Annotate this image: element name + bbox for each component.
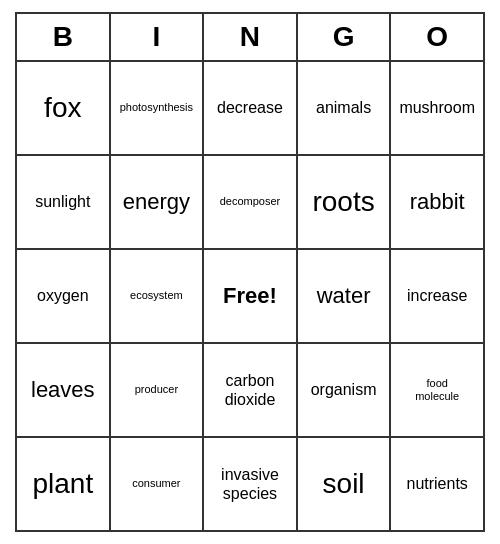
cell-text: water — [317, 283, 371, 309]
cell-text: animals — [316, 98, 371, 117]
cell-text: mushroom — [399, 98, 475, 117]
bingo-row: foxphotosynthesisdecreaseanimalsmushroom — [17, 62, 483, 156]
cell-text: invasivespecies — [221, 465, 279, 503]
cell-text: oxygen — [37, 286, 89, 305]
bingo-cell: oxygen — [17, 250, 111, 342]
cell-text: consumer — [132, 477, 180, 490]
bingo-header: BINGO — [17, 14, 483, 62]
bingo-cell: energy — [111, 156, 205, 248]
header-letter: G — [298, 14, 392, 60]
cell-text: increase — [407, 286, 467, 305]
cell-text: decrease — [217, 98, 283, 117]
bingo-cell: decrease — [204, 62, 298, 154]
bingo-row: leavesproducercarbondioxideorganismfoodm… — [17, 344, 483, 438]
cell-text: sunlight — [35, 192, 90, 211]
cell-text: nutrients — [406, 474, 467, 493]
bingo-cell: consumer — [111, 438, 205, 530]
cell-text: foodmolecule — [415, 377, 459, 403]
bingo-cell: rabbit — [391, 156, 483, 248]
header-letter: B — [17, 14, 111, 60]
cell-text: energy — [123, 189, 190, 215]
bingo-row: sunlightenergydecomposerrootsrabbit — [17, 156, 483, 250]
bingo-cell: leaves — [17, 344, 111, 436]
bingo-cell: decomposer — [204, 156, 298, 248]
bingo-cell: fox — [17, 62, 111, 154]
bingo-cell: nutrients — [391, 438, 483, 530]
bingo-cell: plant — [17, 438, 111, 530]
bingo-cell: carbondioxide — [204, 344, 298, 436]
cell-text: Free! — [223, 283, 277, 309]
bingo-cell: soil — [298, 438, 392, 530]
bingo-cell: photosynthesis — [111, 62, 205, 154]
cell-text: ecosystem — [130, 289, 183, 302]
cell-text: rabbit — [410, 189, 465, 215]
bingo-row: plantconsumerinvasivespeciessoilnutrient… — [17, 438, 483, 530]
header-letter: I — [111, 14, 205, 60]
cell-text: carbondioxide — [225, 371, 276, 409]
bingo-cell: producer — [111, 344, 205, 436]
bingo-cell: foodmolecule — [391, 344, 483, 436]
header-letter: O — [391, 14, 483, 60]
header-letter: N — [204, 14, 298, 60]
bingo-cell: increase — [391, 250, 483, 342]
bingo-cell: invasivespecies — [204, 438, 298, 530]
cell-text: photosynthesis — [120, 101, 193, 114]
bingo-cell: organism — [298, 344, 392, 436]
cell-text: roots — [312, 185, 374, 219]
bingo-cell: ecosystem — [111, 250, 205, 342]
bingo-cell: sunlight — [17, 156, 111, 248]
bingo-cell: roots — [298, 156, 392, 248]
cell-text: leaves — [31, 377, 95, 403]
cell-text: organism — [311, 380, 377, 399]
cell-text: decomposer — [220, 195, 281, 208]
bingo-cell: mushroom — [391, 62, 483, 154]
cell-text: fox — [44, 91, 81, 125]
cell-text: plant — [32, 467, 93, 501]
cell-text: producer — [135, 383, 178, 396]
cell-text: soil — [323, 467, 365, 501]
bingo-card: BINGO foxphotosynthesisdecreaseanimalsmu… — [15, 12, 485, 532]
bingo-cell: water — [298, 250, 392, 342]
bingo-cell: Free! — [204, 250, 298, 342]
bingo-grid: foxphotosynthesisdecreaseanimalsmushroom… — [17, 62, 483, 530]
bingo-cell: animals — [298, 62, 392, 154]
bingo-row: oxygenecosystemFree!waterincrease — [17, 250, 483, 344]
